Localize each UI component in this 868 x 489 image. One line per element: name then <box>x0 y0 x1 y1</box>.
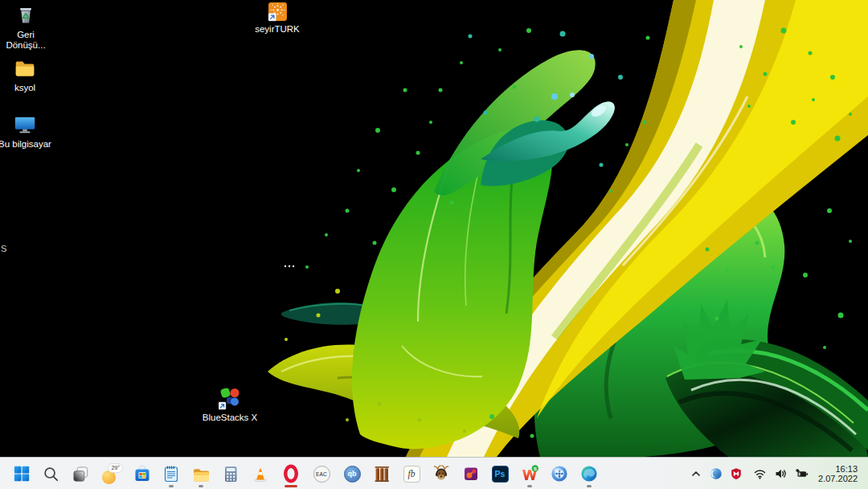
svg-text:S: S <box>534 466 537 471</box>
mediahuman-button[interactable] <box>427 459 456 488</box>
eac-button[interactable]: EAC <box>307 459 336 488</box>
microsoft-store-button[interactable] <box>128 459 157 488</box>
windows-desktop-screen: S Geri Dönüşü... ksyol <box>0 0 868 489</box>
desktop-icon-recycle-bin[interactable]: Geri Dönüşü... <box>0 3 56 51</box>
widgets-button[interactable]: 29° <box>98 459 127 488</box>
clock-time: 16:13 <box>818 464 858 475</box>
purple-cube-app-button[interactable] <box>457 459 485 488</box>
microsoft-store-icon <box>133 464 152 483</box>
desktop-icon-seyirturk[interactable]: seyirTURK <box>247 2 308 35</box>
active-running-indicator <box>285 485 297 487</box>
eac-icon: EAC <box>313 466 330 483</box>
icon-label: Geri Dönüşü... <box>6 30 45 51</box>
taskbar: 29° <box>0 457 868 489</box>
file-explorer-button[interactable] <box>186 459 215 488</box>
purple-cube-share-icon <box>461 464 481 483</box>
cutoff-label-text: S <box>1 244 6 253</box>
qbittorrent-icon: qb <box>344 466 361 483</box>
icon-label: Bu bilgisayar <box>0 139 51 150</box>
photoshop-button[interactable]: Ps <box>485 459 514 488</box>
monitor-icon <box>13 113 37 137</box>
desktop: S Geri Dönüşü... ksyol <box>0 0 868 457</box>
edge-button[interactable] <box>575 459 604 488</box>
foobar2000-button[interactable]: fb <box>397 459 426 488</box>
running-indicator <box>169 485 174 487</box>
clock-date: 2.07.2022 <box>818 474 858 484</box>
photoshop-icon: Ps <box>492 466 509 483</box>
tray-mcafee[interactable] <box>730 467 743 480</box>
foobar2000-icon: fb <box>403 466 420 483</box>
wifi-icon <box>753 467 767 480</box>
wallpaper-splash-image <box>0 0 868 457</box>
columns-app-button[interactable] <box>367 459 396 488</box>
battery-charging-icon <box>795 467 809 480</box>
windows-logo-icon <box>13 465 31 483</box>
vlc-cone-icon <box>251 464 270 483</box>
desktop-icon-this-pc[interactable]: Bu bilgisayar <box>0 113 55 150</box>
icon-label: ksyol <box>14 83 35 93</box>
seyirturk-icon <box>268 2 288 22</box>
opera-icon <box>281 464 301 483</box>
qbittorrent-button[interactable]: qb <box>338 459 366 488</box>
system-tray: 16:13 2.07.2022 <box>682 458 868 489</box>
dvd-app-button[interactable] <box>545 459 574 488</box>
temperature-badge: 29° <box>108 463 123 473</box>
start-button[interactable] <box>7 459 36 488</box>
mcafee-shield-icon <box>730 467 743 480</box>
cursor-dots <box>285 265 294 267</box>
running-indicator <box>527 485 532 487</box>
search-button[interactable] <box>36 459 65 488</box>
bluestacks-icon <box>219 388 241 410</box>
desktop-icon-bluestacks[interactable]: BlueStacks X <box>199 388 260 423</box>
running-indicator <box>587 485 592 487</box>
notepad-button[interactable] <box>157 459 186 488</box>
task-view-icon <box>72 465 90 483</box>
icon-label: seyirTURK <box>255 24 300 35</box>
chevron-up-icon <box>690 467 702 480</box>
desktop-icon-folder-ksyol[interactable]: ksyol <box>0 56 55 93</box>
notepad-icon <box>162 464 181 483</box>
vlc-button[interactable] <box>246 459 275 488</box>
tray-network[interactable] <box>753 467 767 480</box>
running-indicator <box>199 485 203 487</box>
blue-orb-icon <box>710 467 723 480</box>
wps-office-button[interactable]: S <box>515 459 544 488</box>
deer-headphones-icon <box>432 464 451 483</box>
speaker-icon <box>774 467 788 480</box>
hidden-icons-chevron[interactable] <box>690 467 702 480</box>
tray-volume[interactable] <box>774 467 788 480</box>
wps-office-icon: S <box>520 464 539 483</box>
edge-icon <box>579 464 599 483</box>
tray-battery[interactable] <box>795 467 809 480</box>
columns-icon <box>372 464 391 483</box>
task-view-button[interactable] <box>66 459 95 488</box>
calculator-button[interactable] <box>216 459 245 488</box>
calculator-icon <box>221 464 240 483</box>
folder-icon <box>13 56 37 80</box>
opera-button[interactable] <box>276 459 305 488</box>
file-explorer-icon <box>191 464 211 483</box>
tray-blue-orb[interactable] <box>710 467 723 480</box>
icon-label: BlueStacks X <box>203 413 257 423</box>
recycle-bin-icon <box>14 3 38 27</box>
blue-disc-reel-icon <box>550 464 569 483</box>
search-icon <box>42 465 60 483</box>
tray-clock[interactable]: 16:13 2.07.2022 <box>818 464 858 484</box>
